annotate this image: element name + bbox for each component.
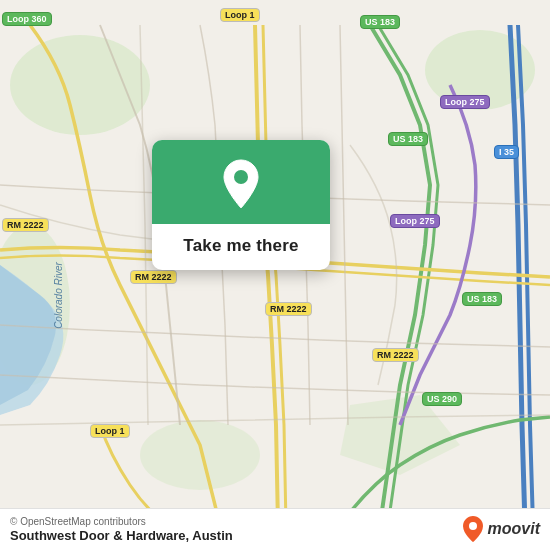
map-container: Loop 360 Loop 1 US 183 Loop 275 I 35 US …: [0, 0, 550, 550]
location-label: Southwest Door & Hardware, Austin: [10, 528, 233, 543]
moovit-logo: moovit: [462, 515, 540, 543]
badge-rm2222-left: RM 2222: [2, 218, 49, 232]
map-svg: [0, 0, 550, 550]
location-pin-icon: [220, 158, 262, 210]
svg-point-7: [469, 522, 477, 530]
overlay-card: Take me there: [152, 140, 330, 270]
moovit-pin-icon: [462, 515, 484, 543]
badge-us183-bot: US 183: [462, 292, 502, 306]
bottom-left: © OpenStreetMap contributors Southwest D…: [10, 516, 233, 543]
moovit-text: moovit: [488, 520, 540, 538]
colorado-river-label: Colorado River: [53, 262, 64, 329]
badge-us290: US 290: [422, 392, 462, 406]
take-me-there-button[interactable]: Take me there: [183, 236, 298, 255]
svg-point-1: [10, 35, 150, 135]
card-green-section: [152, 140, 330, 224]
badge-loop1-top: Loop 1: [220, 8, 260, 22]
bottom-bar: © OpenStreetMap contributors Southwest D…: [0, 508, 550, 550]
badge-i35: I 35: [494, 145, 519, 159]
badge-loop275-mid: Loop 275: [390, 214, 440, 228]
badge-loop275-top: Loop 275: [440, 95, 490, 109]
osm-attribution: © OpenStreetMap contributors: [10, 516, 233, 527]
badge-loop360: Loop 360: [2, 12, 52, 26]
badge-us183-mid: US 183: [388, 132, 428, 146]
badge-us183-top: US 183: [360, 15, 400, 29]
svg-point-6: [234, 170, 248, 184]
badge-rm2222-bot: RM 2222: [372, 348, 419, 362]
badge-rm2222-mid2: RM 2222: [265, 302, 312, 316]
card-text-section[interactable]: Take me there: [152, 224, 330, 270]
svg-point-5: [140, 420, 260, 490]
badge-rm2222-mid1: RM 2222: [130, 270, 177, 284]
badge-loop1-bot: Loop 1: [90, 424, 130, 438]
